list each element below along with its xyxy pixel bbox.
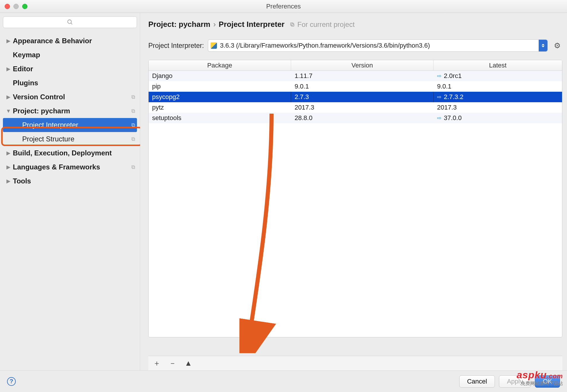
breadcrumb-project: Project: pycharm [148,20,210,29]
upgrade-arrow-icon: ⇨ [437,73,441,79]
copy-icon [290,22,295,27]
chevron-right-icon[interactable]: ▶ [5,178,12,184]
chevron-right-icon[interactable]: ▶ [5,94,12,100]
sidebar-item-languages-frameworks[interactable]: ▶Languages & Frameworks⧉ [3,160,137,174]
breadcrumb-page: Project Interpreter [219,20,284,29]
sidebar-item-label: Tools [13,177,31,185]
svg-point-0 [67,20,71,24]
interpreter-label: Project Interpreter: [148,42,204,50]
search-icon [67,19,73,25]
table-row[interactable]: setuptools28.8.0⇨37.0.0 [149,113,562,123]
sidebar-item-label: Project Interpreter [22,121,78,129]
watermark: aspku.com 免费网站源码下载站 [516,369,563,387]
sidebar-item-appearance-behavior[interactable]: ▶Appearance & Behavior [3,34,137,48]
window-controls [5,4,27,9]
interpreter-value: 3.6.3 (/Library/Frameworks/Python.framew… [220,42,430,49]
sidebar-item-label: Project: pycharm [13,107,70,115]
chevron-down-icon[interactable]: ▼ [5,108,12,114]
settings-tree: ▶Appearance & BehaviorKeymap▶EditorPlugi… [3,34,137,188]
cell-version: 2.7.3 [291,92,434,102]
dialog-footer: ? Cancel Apply OK [0,370,567,392]
sidebar-item-project-pycharm[interactable]: ▼Project: pycharm⧉ [3,104,137,118]
packages-table: Package Version Latest Django1.11.7⇨2.0r… [148,60,562,337]
add-package-button[interactable]: ＋ [153,358,161,368]
minimize-icon[interactable] [13,4,19,9]
remove-package-button[interactable]: － [169,358,176,368]
sidebar-item-editor[interactable]: ▶Editor [3,62,137,76]
gear-icon[interactable]: ⚙ [552,40,562,51]
sidebar-item-label: Keymap [13,51,40,59]
sidebar-item-plugins[interactable]: Plugins [3,76,137,90]
sidebar-item-label: Version Control [13,93,65,101]
cell-package: Django [149,71,291,81]
breadcrumb: Project: pycharm › Project Interpreter F… [148,20,562,29]
sidebar-item-label: Plugins [13,79,38,87]
svg-line-1 [71,23,72,25]
help-button[interactable]: ? [7,377,16,386]
chevron-right-icon[interactable]: ▶ [5,164,12,170]
copy-icon: ⧉ [131,108,135,114]
sidebar-item-label: Project Structure [22,135,74,143]
cell-version: 2017.3 [291,102,434,113]
chevron-right-icon[interactable]: ▶ [5,66,12,72]
table-row[interactable]: psycopg22.7.3⇨2.7.3.2 [149,92,562,102]
table-row[interactable]: pytz2017.32017.3 [149,102,562,113]
sidebar-item-keymap[interactable]: Keymap [3,48,137,62]
search-input[interactable] [3,16,137,28]
th-latest[interactable]: Latest [434,60,562,70]
th-package[interactable]: Package [149,60,291,70]
cell-latest: 2017.3 [434,102,562,113]
table-row[interactable]: pip9.0.19.0.1 [149,81,562,92]
svg-rect-3 [291,23,293,25]
table-header: Package Version Latest [149,60,562,71]
cell-latest: ⇨37.0.0 [434,113,562,123]
chevron-right-icon[interactable]: ▶ [5,150,12,156]
titlebar: Preferences [0,0,567,13]
sidebar-item-label: Appearance & Behavior [13,37,92,45]
upgrade-package-button[interactable]: ▲ [185,359,192,368]
cell-package: setuptools [149,113,291,123]
copy-icon: ⧉ [131,164,135,170]
breadcrumb-note: For current project [290,20,354,29]
copy-icon: ⧉ [131,94,135,100]
th-version[interactable]: Version [291,60,434,70]
select-arrows-icon[interactable] [539,40,547,51]
cell-latest: 9.0.1 [434,81,562,92]
table-row[interactable]: Django1.11.7⇨2.0rc1 [149,71,562,81]
cell-package: pip [149,81,291,92]
sidebar-item-label: Build, Execution, Deployment [13,149,112,157]
interpreter-select[interactable]: 3.6.3 (/Library/Frameworks/Python.framew… [208,39,548,52]
cell-package: psycopg2 [149,92,291,102]
cell-latest: ⇨2.7.3.2 [434,92,562,102]
cell-version: 28.8.0 [291,113,434,123]
sidebar-item-tools[interactable]: ▶Tools [3,174,137,188]
upgrade-arrow-icon: ⇨ [437,115,441,121]
chevron-right-icon[interactable]: ▶ [5,38,12,44]
sidebar-item-label: Editor [13,65,33,73]
cell-version: 1.11.7 [291,71,434,81]
close-icon[interactable] [5,4,10,9]
window-title: Preferences [266,3,301,10]
content-panel: Project: pycharm › Project Interpreter F… [140,13,567,370]
python-icon [211,42,217,49]
breadcrumb-sep: › [213,20,216,29]
sidebar-item-build-execution-deployment[interactable]: ▶Build, Execution, Deployment [3,146,137,160]
cell-version: 9.0.1 [291,81,434,92]
maximize-icon[interactable] [22,4,27,9]
copy-icon: ⧉ [131,122,135,128]
cancel-button[interactable]: Cancel [459,375,495,388]
svg-rect-2 [291,24,294,26]
sidebar: ▶Appearance & BehaviorKeymap▶EditorPlugi… [0,13,140,370]
sidebar-item-project-structure[interactable]: Project Structure⧉ [3,132,137,146]
sidebar-item-version-control[interactable]: ▶Version Control⧉ [3,90,137,104]
sidebar-item-label: Languages & Frameworks [13,163,100,171]
copy-icon: ⧉ [131,136,135,142]
upgrade-arrow-icon: ⇨ [437,94,441,100]
cell-latest: ⇨2.0rc1 [434,71,562,81]
cell-package: pytz [149,102,291,113]
sidebar-item-project-interpreter[interactable]: Project Interpreter⧉ [3,118,137,132]
table-toolbar: ＋ － ▲ [148,356,562,370]
